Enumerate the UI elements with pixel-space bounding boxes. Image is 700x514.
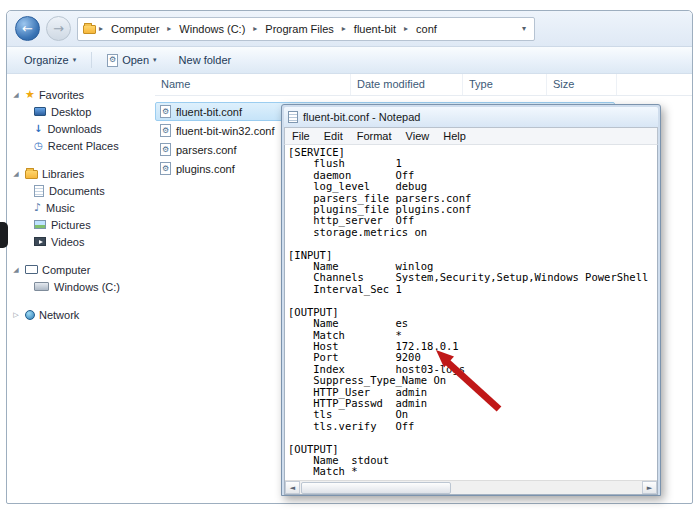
- organize-label: Organize: [24, 54, 69, 66]
- new-folder-button[interactable]: New folder: [172, 51, 239, 69]
- sidebar-section-label: Favorites: [39, 89, 84, 101]
- music-note-icon: ♪: [34, 202, 41, 213]
- notepad-window: fluent-bit.conf - Notepad File Edit Form…: [281, 104, 661, 496]
- screen-edge-tab: [0, 222, 8, 248]
- videos-icon: [34, 237, 46, 246]
- sidebar-section-label: Network: [39, 309, 79, 321]
- back-arrow-icon: ←: [22, 21, 33, 36]
- expander-icon[interactable]: ▷: [11, 311, 21, 319]
- drive-icon: [34, 282, 49, 291]
- breadcrumb-separator-icon[interactable]: ▸: [166, 24, 172, 33]
- navigation-pane: ◢ ★ Favorites Desktop ↓ Downloads ◷ R: [7, 74, 147, 504]
- menu-file[interactable]: File: [285, 130, 317, 142]
- breadcrumb-separator-icon[interactable]: ▸: [341, 24, 347, 33]
- notepad-title-bar[interactable]: fluent-bit.conf - Notepad: [284, 107, 658, 127]
- open-label: Open: [122, 54, 149, 66]
- conf-file-icon: ⚙: [160, 162, 171, 175]
- breadcrumb-separator-icon[interactable]: ▸: [252, 24, 258, 33]
- column-header-size[interactable]: Size: [547, 74, 617, 95]
- sidebar-item-label: Downloads: [47, 123, 101, 135]
- sidebar-item-music[interactable]: ♪ Music: [7, 199, 147, 216]
- libraries-icon: [25, 170, 38, 179]
- breadcrumb-item-computer[interactable]: Computer: [106, 18, 164, 40]
- sidebar-section-libraries: ◢ Libraries Documents ♪ Music Pictu: [7, 165, 147, 250]
- gear-icon: ⚙: [162, 108, 169, 116]
- column-header-name[interactable]: Name: [155, 74, 351, 95]
- conf-file-icon: ⚙: [160, 143, 171, 156]
- sidebar-section-favorites: ◢ ★ Favorites Desktop ↓ Downloads ◷ R: [7, 86, 147, 154]
- new-folder-label: New folder: [179, 54, 232, 66]
- notepad-edit-area[interactable]: [SERVICE] flush 1 daemon Off log_level d…: [284, 145, 658, 495]
- scroll-left-icon[interactable]: ◄: [285, 481, 300, 494]
- conf-file-icon: ⚙: [107, 54, 118, 67]
- file-name: parsers.conf: [176, 144, 237, 156]
- column-header-type[interactable]: Type: [463, 74, 547, 95]
- breadcrumb-item-windows-c[interactable]: Windows (C:): [174, 18, 250, 40]
- gear-icon: ⚙: [162, 165, 169, 173]
- address-dropdown-icon[interactable]: ▾: [519, 24, 529, 33]
- folder-icon: [83, 25, 96, 34]
- sidebar-header-libraries[interactable]: ◢ Libraries: [7, 165, 147, 182]
- conf-file-icon: ⚙: [160, 105, 171, 118]
- pictures-icon: [34, 220, 46, 229]
- sidebar-header-network[interactable]: ▷ Network: [7, 306, 147, 323]
- sidebar-header-favorites[interactable]: ◢ ★ Favorites: [7, 86, 147, 103]
- menu-format[interactable]: Format: [350, 130, 399, 142]
- scroll-right-icon[interactable]: ►: [642, 481, 657, 494]
- file-name: fluent-bit-win32.conf: [176, 125, 274, 137]
- file-name: plugins.conf: [176, 163, 235, 175]
- sidebar-item-label: Documents: [49, 185, 105, 197]
- menu-help[interactable]: Help: [436, 130, 473, 142]
- back-button[interactable]: ←: [15, 16, 40, 41]
- forward-arrow-icon: →: [53, 21, 64, 36]
- documents-icon: [34, 185, 44, 197]
- gear-icon: ⚙: [109, 56, 116, 64]
- breadcrumb-item-conf[interactable]: conf: [411, 18, 442, 40]
- sidebar-item-label: Desktop: [51, 106, 91, 118]
- organize-button[interactable]: Organize ▾: [17, 51, 83, 69]
- screenshot-root: ← → ▸ Computer ▸ Windows (C:) ▸ Program …: [0, 0, 700, 514]
- breadcrumb-separator-icon[interactable]: ▸: [403, 24, 409, 33]
- file-name: fluent-bit.conf: [176, 106, 242, 118]
- computer-icon: [25, 265, 38, 274]
- explorer-navbar: ← → ▸ Computer ▸ Windows (C:) ▸ Program …: [7, 11, 692, 47]
- sidebar-item-label: Windows (C:): [54, 281, 120, 293]
- clock-icon: ◷: [34, 141, 43, 151]
- network-icon: [25, 310, 35, 320]
- sidebar-section-computer: ◢ Computer Windows (C:): [7, 261, 147, 295]
- sidebar-item-label: Recent Places: [48, 140, 119, 152]
- dropdown-icon: ▾: [73, 56, 77, 64]
- menu-edit[interactable]: Edit: [317, 130, 350, 142]
- toolbar-separator: [91, 52, 92, 68]
- notepad-text-content[interactable]: [SERVICE] flush 1 daemon Off log_level d…: [285, 145, 657, 478]
- expander-icon[interactable]: ◢: [11, 266, 21, 274]
- sidebar-item-label: Videos: [51, 236, 84, 248]
- explorer-toolbar: Organize ▾ ⚙ Open ▾ New folder: [7, 47, 692, 74]
- sidebar-item-desktop[interactable]: Desktop: [7, 103, 147, 120]
- notepad-title: fluent-bit.conf - Notepad: [303, 111, 420, 123]
- sidebar-item-documents[interactable]: Documents: [7, 182, 147, 199]
- sidebar-item-recent-places[interactable]: ◷ Recent Places: [7, 137, 147, 154]
- menu-view[interactable]: View: [399, 130, 437, 142]
- sidebar-item-downloads[interactable]: ↓ Downloads: [7, 120, 147, 137]
- address-bar[interactable]: ▸ Computer ▸ Windows (C:) ▸ Program File…: [77, 17, 535, 41]
- scrollbar-thumb[interactable]: [301, 482, 451, 494]
- column-header-date-modified[interactable]: Date modified: [351, 74, 463, 95]
- sidebar-header-computer[interactable]: ◢ Computer: [7, 261, 147, 278]
- breadcrumb-item-fluent-bit[interactable]: fluent-bit: [349, 18, 401, 40]
- dropdown-icon: ▾: [153, 56, 157, 64]
- expander-icon[interactable]: ◢: [11, 91, 21, 99]
- downloads-icon: ↓: [34, 124, 42, 134]
- column-headers: Name Date modified Type Size: [155, 74, 692, 96]
- forward-button[interactable]: →: [46, 16, 71, 41]
- desktop-icon: [34, 107, 46, 116]
- sidebar-item-pictures[interactable]: Pictures: [7, 216, 147, 233]
- sidebar-item-windows-c-drive[interactable]: Windows (C:): [7, 278, 147, 295]
- open-button[interactable]: ⚙ Open ▾: [100, 51, 163, 70]
- breadcrumb-separator-icon[interactable]: ▸: [98, 24, 104, 33]
- favorites-star-icon: ★: [25, 89, 35, 100]
- breadcrumb-item-program-files[interactable]: Program Files: [260, 18, 338, 40]
- horizontal-scrollbar[interactable]: ◄ ►: [285, 480, 657, 494]
- sidebar-item-videos[interactable]: Videos: [7, 233, 147, 250]
- expander-icon[interactable]: ◢: [11, 170, 21, 178]
